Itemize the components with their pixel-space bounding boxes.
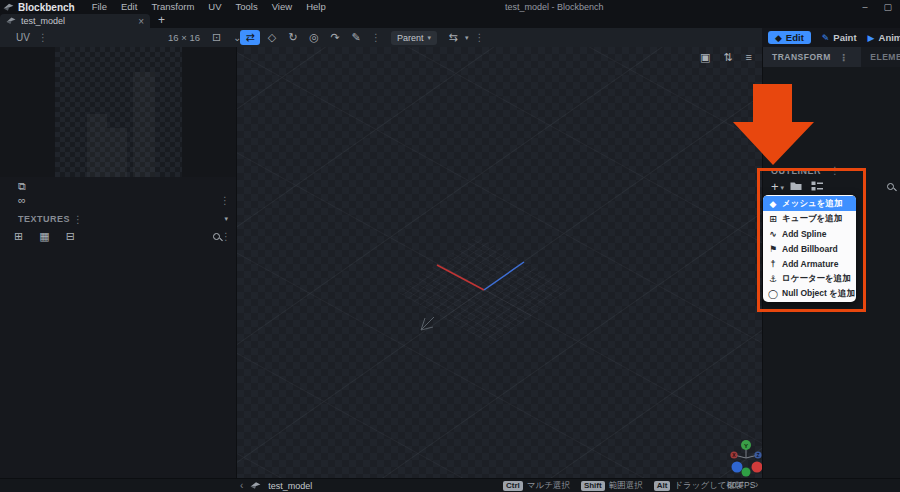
tab-element-panel[interactable]: ELEMENT <box>861 47 900 67</box>
toolbar-menu-icon[interactable]: ⋮ <box>472 32 488 43</box>
transform-tab-label: TRANSFORM <box>772 52 831 62</box>
status-prev-icon[interactable]: ‹ <box>240 480 243 491</box>
mirror-caret-icon[interactable]: ▾ <box>465 34 469 42</box>
ctrl-key-badge: Ctrl <box>503 481 523 491</box>
viewport-3d[interactable]: Y X Z ▣ ⇅ ≡ <box>237 47 762 478</box>
menu-file[interactable]: File <box>85 0 114 14</box>
tool-options-icon[interactable]: ⋮ <box>368 32 384 43</box>
viewport-scene: Y X Z <box>237 47 762 478</box>
menu-view[interactable]: View <box>265 0 299 14</box>
uv-options-icon[interactable]: ⋮ <box>217 195 233 206</box>
rotate-tool-button[interactable]: ↻ <box>284 30 302 45</box>
viewport-menu-icon[interactable]: ≡ <box>746 51 752 64</box>
link-uv-icon[interactable]: ∞ <box>18 194 26 206</box>
animate-mode-label: Animate <box>879 32 900 43</box>
minimize-button[interactable]: – <box>862 0 867 14</box>
texture-options-icon[interactable]: ⋮ <box>218 231 234 242</box>
vertex-snap-tool-button[interactable]: ↷ <box>326 30 344 45</box>
maximize-button[interactable]: ▢ <box>883 0 892 14</box>
knife-tool-button[interactable]: ✎ <box>347 30 365 45</box>
animate-film-icon: ▶ <box>868 33 875 43</box>
hint-shift: Shift 範囲選択 <box>581 480 643 492</box>
tab-logo-icon <box>6 16 16 26</box>
gizmo-neg-x-ball[interactable] <box>752 462 763 473</box>
status-logo-icon <box>250 481 261 490</box>
menu-edit[interactable]: Edit <box>114 0 144 14</box>
gizmo-neg-z-ball[interactable] <box>732 462 743 473</box>
alt-key-badge: Alt <box>654 481 671 491</box>
uv-texture-preview[interactable] <box>55 47 182 177</box>
tab-transform-panel[interactable]: TRANSFORM ⋮ <box>763 47 861 67</box>
tab-animate-mode[interactable]: ▶ Animate <box>868 32 900 43</box>
status-bar: ‹ test_model Ctrl マルチ選択 Shift 範囲選択 Alt ド… <box>0 478 900 492</box>
menu-help[interactable]: Help <box>299 0 333 14</box>
element-tab-label: ELEMENT <box>870 52 900 62</box>
hint-text: マルチ選択 <box>527 480 570 492</box>
viewport-settings-icon[interactable]: ⇅ <box>723 51 732 64</box>
uv-editor-canvas[interactable] <box>0 47 236 177</box>
transform-space-value: Parent <box>397 33 424 43</box>
titlebar: Blockbench File Edit Transform UV Tools … <box>0 0 900 14</box>
transform-menu-icon[interactable]: ⋮ <box>836 52 853 63</box>
mode-bar: ◆ Edit ✎ Paint ▶ Animate <box>762 28 900 47</box>
menu-uv[interactable]: UV <box>201 0 228 14</box>
edit-mode-label: Edit <box>786 32 804 43</box>
move-tool-button[interactable]: ⇄ <box>240 30 260 45</box>
mirror-tool-button[interactable]: ⇆ <box>444 30 462 45</box>
gizmo-y-label: Y <box>744 443 748 449</box>
fullscreen-icon[interactable]: ⊡ <box>212 31 221 44</box>
menu-tools[interactable]: Tools <box>229 0 265 14</box>
pivot-tool-button[interactable]: ◎ <box>305 30 323 45</box>
hint-text: 範囲選択 <box>609 480 643 492</box>
tab-bar: test_model × + <box>0 14 900 28</box>
window-title: test_model - Blockbench <box>505 0 604 14</box>
shift-key-badge: Shift <box>581 481 605 491</box>
texture-resolution[interactable]: 16 × 16 <box>168 32 200 43</box>
outliner-search-icon[interactable] <box>887 183 894 190</box>
caret-down-icon: ▾ <box>428 34 432 42</box>
tab-paint-mode[interactable]: ✎ Paint <box>822 32 857 43</box>
resize-tool-button[interactable]: ◇ <box>263 30 281 45</box>
menu-transform[interactable]: Transform <box>144 0 201 14</box>
annotation-highlight-box <box>757 168 866 312</box>
tab-close-icon[interactable]: × <box>138 16 144 27</box>
uv-panel-menu-icon[interactable]: ⋮ <box>35 32 51 43</box>
fps-counter: 60 FPS <box>727 479 755 492</box>
annotation-arrow <box>720 80 830 170</box>
add-texture-icon[interactable]: ⊞ <box>14 230 23 243</box>
screenshot-icon[interactable]: ▣ <box>700 51 710 64</box>
paint-mode-label: Paint <box>833 32 856 43</box>
status-model-name: test_model <box>268 481 312 491</box>
create-texture-icon[interactable]: ▦ <box>39 230 49 243</box>
status-next-icon[interactable]: › <box>755 479 758 492</box>
tab-edit-mode[interactable]: ◆ Edit <box>768 31 811 44</box>
hint-ctrl: Ctrl マルチ選択 <box>503 480 570 492</box>
transform-space-select[interactable]: Parent ▾ <box>391 31 437 45</box>
textures-panel-title: TEXTURES <box>18 214 70 224</box>
uv-panel-label: UV <box>16 32 30 43</box>
gizmo-neg-y-ball[interactable] <box>742 468 751 477</box>
app-name: Blockbench <box>18 2 75 13</box>
main-toolbar: UV ⋮ 16 × 16 ⊡ ⌄ ⇄ ◇ ↻ ◎ ↷ ✎ ⋮ Parent ▾ … <box>0 28 762 47</box>
textures-collapse-icon[interactable]: ▾ <box>224 215 228 223</box>
new-tab-button[interactable]: + <box>158 14 165 28</box>
textures-menu-icon[interactable]: ⋮ <box>70 214 86 225</box>
tab-label: test_model <box>21 16 133 26</box>
edit-cube-icon: ◆ <box>775 33 782 43</box>
paint-brush-icon: ✎ <box>822 33 830 43</box>
left-sidebar: ⧉ ∞ ⋮ TEXTURES ⋮ ▾ ⊞ ▦ ⊟ ⋮ <box>0 47 237 478</box>
blockbench-logo-icon <box>3 2 14 13</box>
tab-test-model[interactable]: test_model × <box>0 14 150 28</box>
copy-uv-icon[interactable]: ⧉ <box>18 180 26 193</box>
import-texture-icon[interactable]: ⊟ <box>66 230 75 243</box>
gizmo-z-label: Z <box>756 452 759 458</box>
